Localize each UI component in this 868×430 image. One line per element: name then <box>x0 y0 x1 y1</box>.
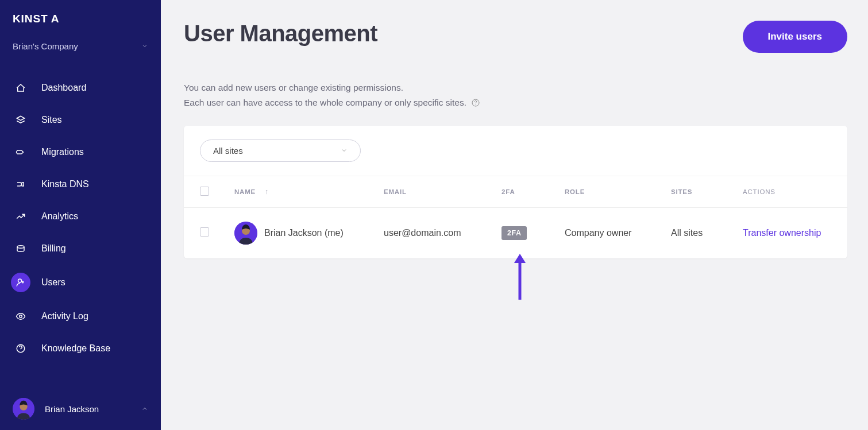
description-line: You can add new users or change existing… <box>184 80 847 95</box>
help-icon <box>13 340 29 357</box>
sidebar-item-billing[interactable]: Billing <box>0 233 161 265</box>
sidebar-item-label: Activity Log <box>41 311 88 321</box>
card-filter-bar: All sites <box>184 126 847 176</box>
help-circle-icon[interactable] <box>471 98 480 107</box>
chevron-down-icon <box>141 41 148 51</box>
svg-marker-13 <box>514 254 526 263</box>
page-description: You can add new users or change existing… <box>184 80 847 110</box>
sidebar-nav: Dashboard Sites Migrations Kinsta DNS An… <box>0 67 161 388</box>
column-header-sites[interactable]: SITES <box>671 188 743 195</box>
user-role: Company owner <box>565 228 671 238</box>
user-footer[interactable]: Brian Jackson <box>0 388 161 430</box>
eye-icon <box>13 308 29 324</box>
sort-ascending-icon: ↑ <box>265 188 269 196</box>
company-selector[interactable]: Brian's Company <box>0 34 161 67</box>
sidebar-item-dashboard[interactable]: Dashboard <box>0 72 161 104</box>
site-filter-select[interactable]: All sites <box>200 140 361 162</box>
users-card: All sites NAME↑ EMAIL 2FA ROLE SITES ACT… <box>184 126 847 258</box>
column-header-email[interactable]: EMAIL <box>384 188 501 195</box>
sidebar-item-users[interactable]: Users <box>0 265 161 300</box>
sidebar: KINST A Brian's Company Dashboard Sites … <box>0 0 161 430</box>
layers-icon <box>13 112 29 128</box>
user-add-icon <box>11 273 30 292</box>
twofa-badge: 2FA <box>501 226 527 240</box>
avatar <box>13 398 34 420</box>
billing-icon <box>13 241 29 257</box>
svg-text:KINST: KINST <box>13 13 48 25</box>
description-line: Each user can have access to the whole c… <box>184 98 466 107</box>
row-checkbox[interactable] <box>200 227 209 237</box>
sidebar-item-label: Sites <box>41 115 62 125</box>
sidebar-item-label: Billing <box>41 243 66 254</box>
analytics-icon <box>13 208 29 224</box>
svg-marker-2 <box>17 116 25 121</box>
dns-icon <box>13 176 29 192</box>
invite-users-button[interactable]: Invite users <box>743 21 848 53</box>
table-header: NAME↑ EMAIL 2FA ROLE SITES ACTIONS <box>184 176 847 208</box>
main-content: User Management Invite users You can add… <box>161 0 868 430</box>
sidebar-item-sites[interactable]: Sites <box>0 104 161 136</box>
sidebar-item-migrations[interactable]: Migrations <box>0 136 161 168</box>
footer-user-name: Brian Jackson <box>45 404 99 414</box>
sidebar-item-label: Kinsta DNS <box>41 179 89 189</box>
user-sites: All sites <box>671 228 743 238</box>
sidebar-item-label: Migrations <box>41 147 84 157</box>
svg-point-3 <box>17 246 24 249</box>
chevron-down-icon <box>341 146 348 156</box>
home-icon <box>13 80 29 96</box>
svg-point-4 <box>18 279 22 282</box>
column-header-role[interactable]: ROLE <box>565 188 671 195</box>
page-title: User Management <box>184 21 377 47</box>
column-header-name[interactable]: NAME↑ <box>234 188 384 196</box>
chevron-up-icon <box>141 404 148 414</box>
avatar <box>234 222 257 245</box>
sidebar-item-kb[interactable]: Knowledge Base <box>0 332 161 365</box>
svg-text:A: A <box>51 13 59 25</box>
sidebar-item-dns[interactable]: Kinsta DNS <box>0 168 161 200</box>
brand-logo: KINST A <box>0 0 161 34</box>
table-row: Brian Jackson (me) user@domain.com 2FA C… <box>184 208 847 258</box>
sidebar-item-activity[interactable]: Activity Log <box>0 300 161 332</box>
main-header: User Management Invite users <box>184 21 847 53</box>
select-all-checkbox[interactable] <box>200 187 209 196</box>
sidebar-item-label: Users <box>41 277 65 288</box>
migration-icon <box>13 144 29 160</box>
svg-point-5 <box>20 315 22 318</box>
sidebar-item-label: Analytics <box>41 211 78 222</box>
sidebar-item-label: Dashboard <box>41 83 86 93</box>
sidebar-item-analytics[interactable]: Analytics <box>0 200 161 233</box>
user-name: Brian Jackson (me) <box>264 228 344 238</box>
user-email: user@domain.com <box>384 228 501 238</box>
sidebar-item-label: Knowledge Base <box>41 343 110 354</box>
column-header-actions: ACTIONS <box>743 188 831 195</box>
company-name: Brian's Company <box>13 41 78 51</box>
transfer-ownership-link[interactable]: Transfer ownership <box>743 228 831 238</box>
annotation-arrow-icon <box>513 254 527 303</box>
site-filter-selected: All sites <box>213 146 243 156</box>
column-header-2fa[interactable]: 2FA <box>501 188 565 195</box>
